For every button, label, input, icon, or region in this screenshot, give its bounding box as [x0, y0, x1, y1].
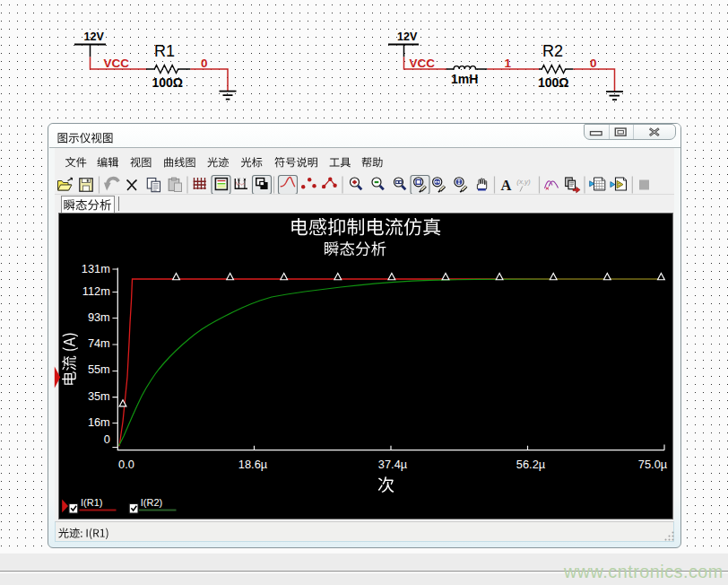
svg-text:55m: 55m: [88, 362, 110, 376]
svg-text:16m: 16m: [88, 415, 110, 429]
svg-text:35m: 35m: [88, 389, 110, 403]
svg-text:131m: 131m: [82, 262, 110, 275]
svg-text:112m: 112m: [82, 284, 110, 298]
svg-text:56.2µ: 56.2µ: [516, 458, 546, 471]
svg-text:I(R2): I(R2): [141, 497, 162, 508]
svg-text:75.0µ: 75.0µ: [638, 458, 668, 471]
svg-text:0: 0: [104, 432, 110, 446]
svg-text:0.0: 0.0: [118, 458, 134, 471]
svg-text:93m: 93m: [88, 310, 110, 324]
svg-text:(x,y): (x,y): [516, 178, 531, 186]
svg-text:37.4µ: 37.4µ: [378, 458, 408, 471]
svg-text:18.6µ: 18.6µ: [238, 458, 268, 471]
svg-text:74m: 74m: [88, 336, 110, 350]
svg-text:A: A: [501, 177, 512, 194]
svg-text:I(R1): I(R1): [81, 497, 102, 508]
